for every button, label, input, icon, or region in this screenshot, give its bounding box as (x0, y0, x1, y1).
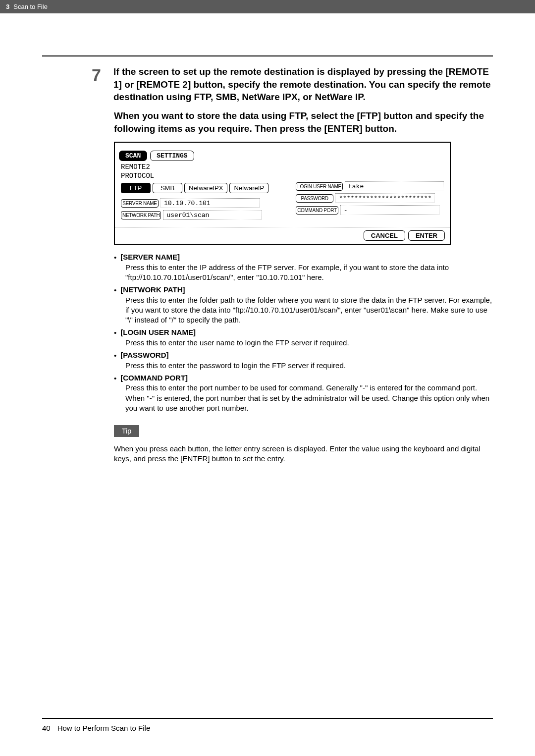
screenshot-inner: SCAN SETTINGS REMOTE2 PROTOCOL FTP SMB N… (115, 143, 450, 223)
bullet-label: [NETWORK PATH] (120, 285, 185, 294)
chapter-number: 3 (6, 3, 9, 10)
enter-button[interactable]: ENTER (408, 230, 445, 241)
step-block: 7 If the screen to set up the remote des… (92, 65, 493, 104)
bullet-body: Press this to enter the password to logi… (125, 361, 493, 371)
server-name-value: 10.10.70.101 (160, 198, 260, 208)
footer-text: How to Perform Scan to File (57, 724, 151, 732)
login-user-row: LOGIN USER NAME take (296, 181, 444, 191)
bullet-list: • [SERVER NAME] Press this to enter the … (114, 253, 493, 413)
password-value: ************************ (335, 193, 435, 203)
cancel-button[interactable]: CANCEL (364, 230, 405, 241)
tip-text: When you press each button, the letter e… (114, 444, 493, 464)
command-port-value: - (340, 205, 439, 215)
step-number: 7 (92, 66, 106, 104)
bullet-head: • [NETWORK PATH] (114, 285, 493, 295)
bullet-head: • [LOGIN USER NAME] (114, 328, 493, 338)
network-path-row: NETWORK PATH user01\scan (121, 210, 268, 220)
bullet-label: [PASSWORD] (120, 351, 168, 359)
form-grid: PROTOCOL FTP SMB NetwareIPX NetwareIP SE… (119, 172, 446, 220)
password-row: PASSWORD ************************ (296, 193, 444, 203)
step-heading-2: When you want to store the data using FT… (114, 109, 493, 135)
server-name-button[interactable]: SERVER NAME (121, 199, 159, 208)
login-user-button[interactable]: LOGIN USER NAME (296, 182, 343, 191)
login-user-value: take (345, 181, 444, 191)
bullet-head: • [PASSWORD] (114, 351, 493, 361)
protocol-label: PROTOCOL (121, 172, 268, 180)
tab-scan[interactable]: SCAN (119, 151, 147, 161)
bullet-body: Press this to enter the port number to b… (125, 383, 493, 413)
command-port-row: COMMAND PORT - (296, 205, 444, 215)
bullet-head: • [SERVER NAME] (114, 253, 493, 263)
bullet-icon: • (114, 351, 116, 361)
header-bar: 3 Scan to File (0, 0, 535, 13)
password-button[interactable]: PASSWORD (296, 194, 333, 203)
step-heading-1: If the screen to set up the remote desti… (113, 65, 493, 104)
protocol-ftp-button[interactable]: FTP (121, 183, 151, 193)
form-left: PROTOCOL FTP SMB NetwareIPX NetwareIP SE… (121, 172, 268, 220)
bullet-label: [SERVER NAME] (120, 253, 180, 261)
list-item: • [NETWORK PATH] Press this to enter the… (114, 285, 493, 325)
bullet-body: Press this to enter the folder path to t… (125, 295, 493, 325)
protocol-row: FTP SMB NetwareIPX NetwareIP (121, 183, 268, 193)
bullet-icon: • (114, 285, 116, 295)
bullet-icon: • (114, 253, 116, 263)
bullet-body: Press this to enter the user name to log… (125, 338, 493, 348)
list-item: • [COMMAND PORT] Press this to enter the… (114, 374, 493, 413)
chapter-title: Scan to File (13, 3, 48, 10)
list-item: • [LOGIN USER NAME] Press this to enter … (114, 328, 493, 348)
page-number: 40 (42, 724, 51, 732)
ui-screenshot: SCAN SETTINGS REMOTE2 PROTOCOL FTP SMB N… (114, 142, 451, 245)
server-name-row: SERVER NAME 10.10.70.101 (121, 198, 268, 208)
bullet-body: Press this to enter the IP address of th… (125, 263, 493, 283)
network-path-button[interactable]: NETWORK PATH (121, 211, 161, 219)
bullet-icon: • (114, 328, 116, 338)
bullet-head: • [COMMAND PORT] (114, 374, 493, 383)
list-item: • [PASSWORD] Press this to enter the pas… (114, 351, 493, 371)
bullet-label: [LOGIN USER NAME] (120, 328, 196, 336)
footer: 40 How to Perform Scan to File (42, 718, 493, 732)
list-item: • [SERVER NAME] Press this to enter the … (114, 253, 493, 282)
remote-label: REMOTE2 (121, 163, 446, 171)
network-path-value: user01\scan (163, 210, 262, 220)
divider (42, 55, 493, 56)
action-row: CANCEL ENTER (115, 227, 450, 244)
protocol-netwareip-button[interactable]: NetwareIP (229, 183, 268, 193)
protocol-smb-button[interactable]: SMB (153, 183, 182, 193)
bullet-icon: • (114, 374, 116, 383)
protocol-netwareipx-button[interactable]: NetwareIPX (184, 183, 227, 193)
command-port-button[interactable]: COMMAND PORT (296, 206, 338, 215)
bullet-label: [COMMAND PORT] (120, 374, 188, 382)
page-content: 7 If the screen to set up the remote des… (0, 13, 535, 464)
tab-row: SCAN SETTINGS (119, 151, 446, 161)
form-right: LOGIN USER NAME take PASSWORD **********… (296, 172, 444, 220)
tab-settings[interactable]: SETTINGS (150, 151, 194, 161)
tip-badge: Tip (114, 425, 139, 437)
